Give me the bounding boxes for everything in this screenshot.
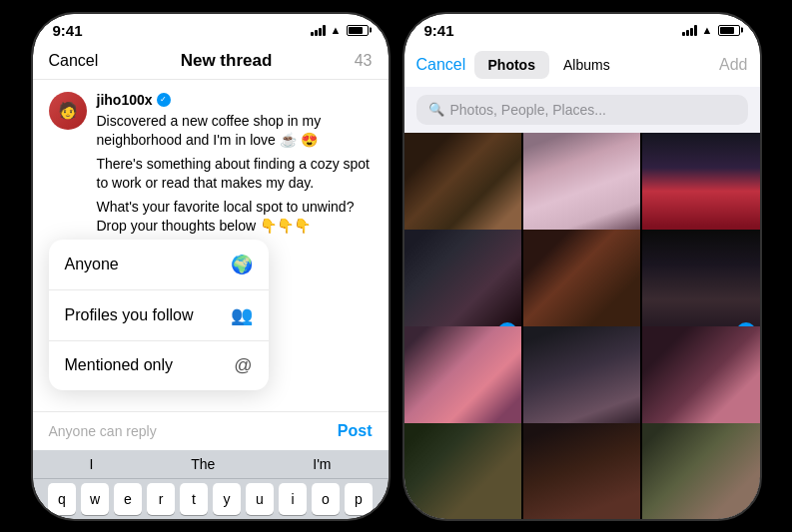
char-count: 43 <box>355 52 373 70</box>
threads-nav-bar: Cancel New thread 43 <box>33 43 389 80</box>
thread-area: 🧑 jiho100x ✓ Discovered a new coffee sho… <box>33 80 389 411</box>
photo-screen-content: 🔍 Photos, People, Places... 1 2 <box>404 87 760 519</box>
keyboard-suggestions: I The I'm <box>33 450 389 479</box>
username: jiho100x <box>97 92 153 108</box>
status-icons-1: ▲ <box>311 24 369 36</box>
tab-photos[interactable]: Photos <box>474 51 549 79</box>
reply-option-anyone[interactable]: Anyone 🌍 <box>49 240 269 290</box>
key-i[interactable]: i <box>279 483 307 515</box>
keyboard-row-1: q w e r t y u i o p <box>33 479 389 519</box>
photo-cell-12[interactable] <box>642 423 759 518</box>
nav-title: New thread <box>181 51 273 71</box>
reply-option-mentioned-label: Mentioned only <box>65 356 174 374</box>
photo-search-bar[interactable]: 🔍 Photos, People, Places... <box>416 95 748 125</box>
photo-grid: 1 2 <box>404 133 760 519</box>
suggestion-i[interactable]: I <box>81 456 101 472</box>
search-input[interactable]: Photos, People, Places... <box>450 102 606 118</box>
signal-icon-2 <box>682 25 697 36</box>
key-p[interactable]: p <box>345 483 373 515</box>
signal-icon <box>311 25 326 36</box>
battery-icon <box>347 25 369 36</box>
photo-cell-11[interactable] <box>523 423 640 518</box>
globe-icon: 🌍 <box>231 254 253 275</box>
post-text-1: Discovered a new coffee shop in my neigh… <box>97 112 373 151</box>
mention-icon: @ <box>234 355 252 376</box>
suggestion-im[interactable]: I'm <box>305 456 339 472</box>
key-w[interactable]: w <box>81 483 109 515</box>
verified-badge: ✓ <box>157 93 171 107</box>
key-o[interactable]: o <box>312 483 340 515</box>
key-r[interactable]: r <box>147 483 175 515</box>
status-bar-2: 9:41 ▲ <box>404 14 760 43</box>
status-bar-1: 9:41 ▲ <box>33 14 389 43</box>
battery-icon-2 <box>718 25 740 36</box>
post-text-3: What's your favorite local spot to unwin… <box>97 198 373 237</box>
photo-tabs: Photos Albums <box>474 51 710 79</box>
photo-picker-nav: Cancel Photos Albums Add <box>404 43 760 87</box>
reply-options-popup: Anyone 🌍 Profiles you follow 👥 Mentioned… <box>49 240 269 390</box>
keyboard: I The I'm q w e r t y u i o p <box>33 450 389 519</box>
suggestion-the[interactable]: The <box>183 456 223 472</box>
wifi-icon-2: ▲ <box>702 24 713 36</box>
post-button[interactable]: Post <box>338 422 373 440</box>
threads-screen-content: 🧑 jiho100x ✓ Discovered a new coffee sho… <box>33 80 389 519</box>
wifi-icon: ▲ <box>331 24 342 36</box>
key-e[interactable]: e <box>114 483 142 515</box>
reply-option-profiles-label: Profiles you follow <box>65 306 194 324</box>
phone-photos: 9:41 ▲ Cancel Photos Albums <box>402 12 762 521</box>
user-row: 🧑 jiho100x ✓ Discovered a new coffee sho… <box>49 92 373 238</box>
tab-albums[interactable]: Albums <box>549 51 624 79</box>
username-row: jiho100x ✓ <box>97 92 373 108</box>
phone-threads: 9:41 ▲ Cancel New thread 43 <box>31 12 391 521</box>
photo-cancel-button[interactable]: Cancel <box>416 56 466 74</box>
status-time-2: 9:41 <box>424 22 454 39</box>
reply-option-anyone-label: Anyone <box>65 256 119 273</box>
cancel-button[interactable]: Cancel <box>49 52 99 70</box>
user-info: jiho100x ✓ Discovered a new coffee shop … <box>97 92 373 238</box>
key-q[interactable]: q <box>48 483 76 515</box>
photo-cell-10[interactable] <box>404 423 521 518</box>
key-u[interactable]: u <box>246 483 274 515</box>
reply-bottom-bar: Anyone can reply Post <box>33 411 389 450</box>
reply-permission-label: Anyone can reply <box>49 423 157 439</box>
reply-option-profiles-follow[interactable]: Profiles you follow 👥 <box>49 290 269 341</box>
key-t[interactable]: t <box>180 483 208 515</box>
profiles-follow-icon: 👥 <box>231 304 253 326</box>
status-time-1: 9:41 <box>53 22 83 39</box>
reply-option-mentioned[interactable]: Mentioned only @ <box>49 341 269 390</box>
search-icon: 🔍 <box>428 102 444 117</box>
key-y[interactable]: y <box>213 483 241 515</box>
add-button[interactable]: Add <box>718 56 748 74</box>
status-icons-2: ▲ <box>682 24 740 36</box>
post-text-2: There's something about finding a cozy s… <box>97 155 373 194</box>
avatar: 🧑 <box>49 92 87 130</box>
